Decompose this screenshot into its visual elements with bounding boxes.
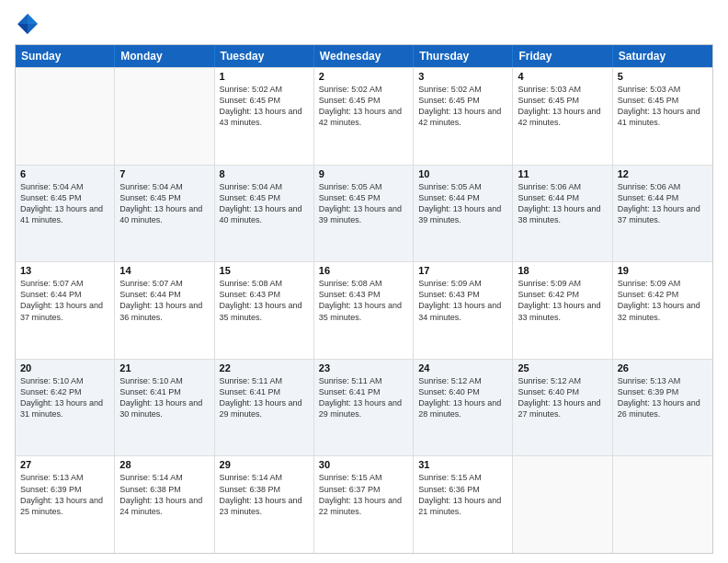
calendar-cell: 5Sunrise: 5:03 AM Sunset: 6:45 PM Daylig… xyxy=(613,68,712,165)
day-number: 10 xyxy=(418,168,507,179)
day-number: 3 xyxy=(418,71,507,82)
calendar-cell: 16Sunrise: 5:08 AM Sunset: 6:43 PM Dayli… xyxy=(314,262,414,359)
cell-info: Sunrise: 5:07 AM Sunset: 6:44 PM Dayligh… xyxy=(119,278,209,323)
cell-info: Sunrise: 5:02 AM Sunset: 6:45 PM Dayligh… xyxy=(220,84,309,129)
calendar-week: 1Sunrise: 5:02 AM Sunset: 6:45 PM Daylig… xyxy=(16,67,712,165)
calendar-cell: 1Sunrise: 5:02 AM Sunset: 6:45 PM Daylig… xyxy=(215,68,314,165)
calendar-cell xyxy=(16,68,115,165)
calendar-body: 1Sunrise: 5:02 AM Sunset: 6:45 PM Daylig… xyxy=(16,67,712,553)
page: SundayMondayTuesdayWednesdayThursdayFrid… xyxy=(0,0,728,563)
calendar-header-row: SundayMondayTuesdayWednesdayThursdayFrid… xyxy=(16,45,712,67)
cell-info: Sunrise: 5:08 AM Sunset: 6:43 PM Dayligh… xyxy=(319,278,408,323)
day-number: 6 xyxy=(20,168,109,179)
day-number: 2 xyxy=(319,71,408,82)
day-number: 12 xyxy=(618,168,708,179)
cell-info: Sunrise: 5:12 AM Sunset: 6:40 PM Dayligh… xyxy=(418,375,507,420)
day-number: 21 xyxy=(119,362,209,373)
cell-info: Sunrise: 5:12 AM Sunset: 6:40 PM Dayligh… xyxy=(518,375,607,420)
day-number: 23 xyxy=(319,362,408,373)
calendar-week: 6Sunrise: 5:04 AM Sunset: 6:45 PM Daylig… xyxy=(16,165,712,262)
day-number: 4 xyxy=(518,71,607,82)
calendar-cell: 12Sunrise: 5:06 AM Sunset: 6:44 PM Dayli… xyxy=(613,166,712,262)
day-number: 17 xyxy=(418,265,507,276)
day-number: 30 xyxy=(319,459,408,470)
calendar-cell: 27Sunrise: 5:13 AM Sunset: 6:39 PM Dayli… xyxy=(16,456,115,553)
day-number: 15 xyxy=(220,265,309,276)
cell-info: Sunrise: 5:06 AM Sunset: 6:44 PM Dayligh… xyxy=(618,181,708,226)
cell-info: Sunrise: 5:10 AM Sunset: 6:42 PM Dayligh… xyxy=(20,375,109,420)
day-number: 18 xyxy=(518,265,607,276)
day-number: 31 xyxy=(418,459,507,470)
day-number: 28 xyxy=(119,459,209,470)
cell-info: Sunrise: 5:04 AM Sunset: 6:45 PM Dayligh… xyxy=(119,181,209,226)
cell-info: Sunrise: 5:07 AM Sunset: 6:44 PM Dayligh… xyxy=(20,278,109,323)
calendar-cell: 11Sunrise: 5:06 AM Sunset: 6:44 PM Dayli… xyxy=(513,166,612,262)
calendar-cell: 4Sunrise: 5:03 AM Sunset: 6:45 PM Daylig… xyxy=(513,68,612,165)
day-number: 26 xyxy=(618,362,708,373)
day-number: 22 xyxy=(220,362,309,373)
calendar-cell: 28Sunrise: 5:14 AM Sunset: 6:38 PM Dayli… xyxy=(115,456,214,553)
day-number: 16 xyxy=(319,265,408,276)
calendar-cell: 15Sunrise: 5:08 AM Sunset: 6:43 PM Dayli… xyxy=(215,262,314,359)
day-number: 27 xyxy=(20,459,109,470)
cell-info: Sunrise: 5:09 AM Sunset: 6:43 PM Dayligh… xyxy=(418,278,507,323)
cell-info: Sunrise: 5:13 AM Sunset: 6:39 PM Dayligh… xyxy=(20,472,109,517)
svg-marker-2 xyxy=(17,24,28,34)
cell-info: Sunrise: 5:15 AM Sunset: 6:36 PM Dayligh… xyxy=(418,472,507,517)
cell-info: Sunrise: 5:14 AM Sunset: 6:38 PM Dayligh… xyxy=(220,472,309,517)
day-number: 25 xyxy=(518,362,607,373)
calendar-header-cell: Friday xyxy=(513,45,612,67)
calendar-header-cell: Wednesday xyxy=(314,45,414,67)
cell-info: Sunrise: 5:09 AM Sunset: 6:42 PM Dayligh… xyxy=(518,278,607,323)
calendar-cell: 6Sunrise: 5:04 AM Sunset: 6:45 PM Daylig… xyxy=(16,166,115,262)
calendar-cell xyxy=(115,68,214,165)
svg-marker-1 xyxy=(28,14,38,24)
cell-info: Sunrise: 5:03 AM Sunset: 6:45 PM Dayligh… xyxy=(518,84,607,129)
cell-info: Sunrise: 5:06 AM Sunset: 6:44 PM Dayligh… xyxy=(518,181,607,226)
calendar-header-cell: Monday xyxy=(115,45,214,67)
cell-info: Sunrise: 5:13 AM Sunset: 6:39 PM Dayligh… xyxy=(618,375,708,420)
calendar-cell xyxy=(613,456,712,553)
cell-info: Sunrise: 5:03 AM Sunset: 6:45 PM Dayligh… xyxy=(618,84,708,129)
calendar-week: 27Sunrise: 5:13 AM Sunset: 6:39 PM Dayli… xyxy=(16,455,712,553)
calendar-cell: 9Sunrise: 5:05 AM Sunset: 6:45 PM Daylig… xyxy=(314,166,414,262)
logo xyxy=(15,11,44,37)
calendar-cell: 21Sunrise: 5:10 AM Sunset: 6:41 PM Dayli… xyxy=(115,360,214,456)
calendar-cell: 23Sunrise: 5:11 AM Sunset: 6:41 PM Dayli… xyxy=(314,360,414,456)
calendar-cell: 17Sunrise: 5:09 AM Sunset: 6:43 PM Dayli… xyxy=(414,262,513,359)
cell-info: Sunrise: 5:08 AM Sunset: 6:43 PM Dayligh… xyxy=(220,278,309,323)
day-number: 7 xyxy=(119,168,209,179)
cell-info: Sunrise: 5:04 AM Sunset: 6:45 PM Dayligh… xyxy=(220,181,309,226)
cell-info: Sunrise: 5:02 AM Sunset: 6:45 PM Dayligh… xyxy=(319,84,408,129)
calendar-cell: 2Sunrise: 5:02 AM Sunset: 6:45 PM Daylig… xyxy=(314,68,414,165)
header xyxy=(15,11,713,37)
day-number: 19 xyxy=(618,265,708,276)
calendar-cell: 13Sunrise: 5:07 AM Sunset: 6:44 PM Dayli… xyxy=(16,262,115,359)
calendar-cell: 30Sunrise: 5:15 AM Sunset: 6:37 PM Dayli… xyxy=(314,456,414,553)
calendar-week: 13Sunrise: 5:07 AM Sunset: 6:44 PM Dayli… xyxy=(16,261,712,359)
cell-info: Sunrise: 5:05 AM Sunset: 6:45 PM Dayligh… xyxy=(319,181,408,226)
day-number: 11 xyxy=(518,168,607,179)
day-number: 8 xyxy=(220,168,309,179)
calendar-cell xyxy=(513,456,612,553)
calendar-cell: 24Sunrise: 5:12 AM Sunset: 6:40 PM Dayli… xyxy=(414,360,513,456)
day-number: 9 xyxy=(319,168,408,179)
calendar-cell: 25Sunrise: 5:12 AM Sunset: 6:40 PM Dayli… xyxy=(513,360,612,456)
day-number: 5 xyxy=(618,71,708,82)
calendar-cell: 14Sunrise: 5:07 AM Sunset: 6:44 PM Dayli… xyxy=(115,262,214,359)
cell-info: Sunrise: 5:10 AM Sunset: 6:41 PM Dayligh… xyxy=(119,375,209,420)
cell-info: Sunrise: 5:15 AM Sunset: 6:37 PM Dayligh… xyxy=(319,472,408,517)
cell-info: Sunrise: 5:04 AM Sunset: 6:45 PM Dayligh… xyxy=(20,181,109,226)
calendar-cell: 29Sunrise: 5:14 AM Sunset: 6:38 PM Dayli… xyxy=(215,456,314,553)
cell-info: Sunrise: 5:02 AM Sunset: 6:45 PM Dayligh… xyxy=(418,84,507,129)
day-number: 14 xyxy=(119,265,209,276)
calendar-cell: 31Sunrise: 5:15 AM Sunset: 6:36 PM Dayli… xyxy=(414,456,513,553)
calendar-cell: 26Sunrise: 5:13 AM Sunset: 6:39 PM Dayli… xyxy=(613,360,712,456)
cell-info: Sunrise: 5:05 AM Sunset: 6:44 PM Dayligh… xyxy=(418,181,507,226)
cell-info: Sunrise: 5:09 AM Sunset: 6:42 PM Dayligh… xyxy=(618,278,708,323)
calendar-header-cell: Thursday xyxy=(414,45,513,67)
calendar-cell: 18Sunrise: 5:09 AM Sunset: 6:42 PM Dayli… xyxy=(513,262,612,359)
calendar-header-cell: Saturday xyxy=(613,45,712,67)
calendar-header-cell: Tuesday xyxy=(215,45,314,67)
calendar: SundayMondayTuesdayWednesdayThursdayFrid… xyxy=(15,44,713,554)
